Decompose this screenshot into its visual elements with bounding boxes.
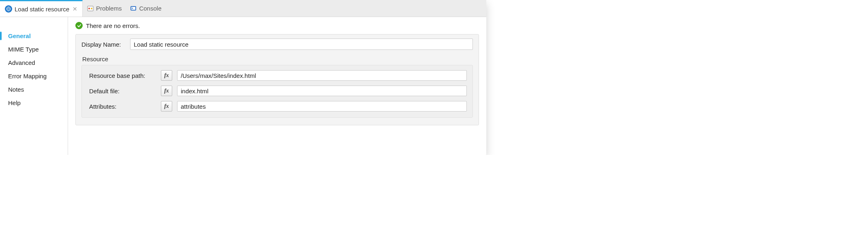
- tab-label: Problems: [96, 5, 122, 12]
- resource-panel: Resource base path: fx Default file: fx …: [81, 65, 473, 118]
- problems-icon: [87, 5, 94, 12]
- attributes-row: Attributes: fx: [89, 101, 467, 112]
- svg-rect-5: [131, 7, 135, 10]
- tab-console[interactable]: Console: [126, 0, 165, 17]
- close-icon[interactable]: ✕: [73, 6, 77, 12]
- body-area: General MIME Type Advanced Error Mapping…: [0, 17, 486, 155]
- svg-point-3: [91, 8, 92, 9]
- content-pane: There are no errors. Display Name: Resou…: [68, 17, 486, 155]
- attributes-label: Attributes:: [89, 103, 156, 110]
- fx-button-attributes[interactable]: fx: [161, 101, 172, 112]
- tab-load-static-resource[interactable]: Load static resource ✕: [0, 0, 83, 17]
- sidebar-item-label: Error Mapping: [8, 73, 47, 79]
- sidebar: General MIME Type Advanced Error Mapping…: [0, 17, 68, 155]
- default-file-label: Default file:: [89, 88, 156, 95]
- sidebar-item-label: MIME Type: [8, 46, 39, 53]
- resource-base-path-input[interactable]: [177, 70, 467, 81]
- status-row: There are no errors.: [75, 22, 479, 29]
- tab-label: Load static resource: [15, 6, 69, 13]
- fx-icon: fx: [164, 103, 169, 110]
- console-icon: [130, 5, 137, 12]
- check-circle-icon: [75, 22, 83, 29]
- sidebar-item-label: General: [8, 32, 31, 39]
- sidebar-item-error-mapping[interactable]: Error Mapping: [0, 69, 68, 83]
- sidebar-item-label: Advanced: [8, 59, 35, 66]
- resource-base-path-label: Resource base path:: [89, 72, 156, 79]
- default-file-input[interactable]: [177, 86, 467, 96]
- fx-icon: fx: [164, 72, 169, 79]
- display-name-input[interactable]: [130, 39, 473, 50]
- general-panel: Display Name: Resource Resource base pat…: [75, 34, 479, 125]
- resource-base-path-row: Resource base path: fx: [89, 70, 467, 81]
- display-name-label: Display Name:: [81, 41, 126, 48]
- resource-section-title: Resource: [82, 56, 473, 62]
- fx-icon: fx: [164, 88, 169, 94]
- sidebar-item-label: Help: [8, 99, 21, 106]
- sidebar-item-notes[interactable]: Notes: [0, 83, 68, 96]
- globe-icon: [5, 5, 12, 13]
- fx-button-base-path[interactable]: fx: [161, 70, 172, 81]
- tab-bar: Load static resource ✕ Problems Console: [0, 0, 486, 17]
- sidebar-item-help[interactable]: Help: [0, 96, 68, 110]
- fx-button-default-file[interactable]: fx: [161, 86, 172, 96]
- default-file-row: Default file: fx: [89, 86, 467, 96]
- sidebar-item-mime-type[interactable]: MIME Type: [0, 43, 68, 56]
- attributes-input[interactable]: [177, 101, 467, 112]
- sidebar-item-general[interactable]: General: [0, 29, 68, 43]
- editor-window: Load static resource ✕ Problems Console …: [0, 0, 486, 155]
- tab-problems[interactable]: Problems: [83, 0, 126, 17]
- sidebar-item-advanced[interactable]: Advanced: [0, 56, 68, 69]
- display-name-row: Display Name:: [81, 39, 473, 50]
- tab-label: Console: [139, 5, 161, 12]
- svg-point-2: [88, 8, 90, 9]
- status-text: There are no errors.: [86, 22, 140, 29]
- sidebar-item-label: Notes: [8, 86, 24, 93]
